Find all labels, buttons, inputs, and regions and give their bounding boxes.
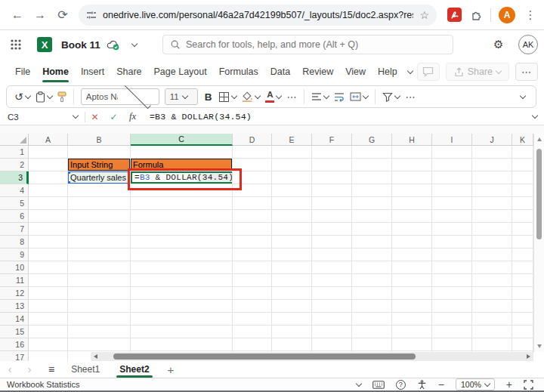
- cell-H1[interactable]: [392, 146, 432, 159]
- sheet-tab-sheet1[interactable]: Sheet1: [66, 361, 104, 378]
- cell-H15[interactable]: [392, 326, 432, 338]
- bookmark-star-icon[interactable]: ☆: [419, 9, 429, 21]
- search-box[interactable]: [162, 35, 453, 54]
- column-header-D[interactable]: D: [233, 134, 272, 146]
- cell-J2[interactable]: [472, 159, 512, 171]
- cell-C13[interactable]: [131, 300, 233, 313]
- cell-K7[interactable]: [512, 223, 533, 236]
- cell-A10[interactable]: [29, 261, 68, 274]
- select-all-corner[interactable]: [0, 134, 29, 146]
- cell-I8[interactable]: [432, 236, 472, 248]
- cell-K4[interactable]: [512, 184, 533, 197]
- scroll-up-arrow-icon[interactable]: [537, 137, 542, 141]
- cell-I11[interactable]: [432, 274, 472, 287]
- column-header-F[interactable]: F: [312, 134, 352, 146]
- tab-file[interactable]: File: [9, 59, 36, 85]
- cell-E6[interactable]: [272, 210, 312, 223]
- font-size-select[interactable]: 11: [165, 88, 198, 105]
- cell-I12[interactable]: [432, 287, 472, 300]
- tab-home[interactable]: Home: [36, 59, 75, 85]
- cell-D8[interactable]: [233, 236, 272, 248]
- browser-profile-avatar[interactable]: A: [499, 7, 515, 23]
- cell-A4[interactable]: [29, 184, 68, 197]
- cell-H9[interactable]: [392, 248, 432, 261]
- cell-B7[interactable]: [68, 223, 131, 236]
- row-header-1[interactable]: 1: [0, 146, 29, 159]
- sheet-tab-sheet2[interactable]: Sheet2: [115, 361, 153, 378]
- cell-F15[interactable]: [312, 326, 352, 338]
- cell-F10[interactable]: [312, 261, 352, 274]
- cell-C1[interactable]: [131, 146, 233, 159]
- cell-E5[interactable]: [272, 197, 312, 210]
- sort-filter-chevron-icon[interactable]: [394, 92, 400, 98]
- merge-cells-button[interactable]: [350, 92, 368, 101]
- all-sheets-menu-icon[interactable]: ≡: [48, 363, 54, 375]
- cell-J7[interactable]: [472, 223, 512, 236]
- statusbar-chevron-icon[interactable]: [356, 380, 362, 386]
- cancel-icon[interactable]: ✕: [85, 112, 104, 122]
- cell-I10[interactable]: [432, 261, 472, 274]
- borders-chevron-icon[interactable]: [231, 92, 237, 98]
- cell-A2[interactable]: [29, 159, 68, 171]
- cell-A14[interactable]: [29, 313, 68, 326]
- cell-F6[interactable]: [312, 210, 352, 223]
- cell-G15[interactable]: [352, 326, 392, 338]
- cell-A6[interactable]: [29, 210, 68, 223]
- browser-menu-icon[interactable]: ⋮: [523, 8, 538, 22]
- tab-insert[interactable]: Insert: [75, 59, 110, 85]
- cell-J6[interactable]: [472, 210, 512, 223]
- cell-E10[interactable]: [272, 261, 312, 274]
- cell-B14[interactable]: [68, 313, 131, 326]
- format-painter-button[interactable]: [57, 91, 66, 103]
- cell-A9[interactable]: [29, 248, 68, 261]
- wrap-text-button[interactable]: [334, 92, 345, 102]
- cell-K6[interactable]: [512, 210, 533, 223]
- cell-H12[interactable]: [392, 287, 432, 300]
- cell-B11[interactable]: [68, 274, 131, 287]
- cell-C11[interactable]: [131, 274, 233, 287]
- search-input[interactable]: [186, 39, 446, 50]
- cell-A7[interactable]: [29, 223, 68, 236]
- cell-I2[interactable]: [432, 159, 472, 171]
- scroll-right-arrow-icon[interactable]: [527, 354, 530, 359]
- cell-J11[interactable]: [472, 274, 512, 287]
- row-header-3[interactable]: 3: [0, 171, 29, 184]
- cell-J8[interactable]: [472, 236, 512, 248]
- settings-gear-icon[interactable]: ⚙: [493, 38, 503, 51]
- cell-B15[interactable]: [68, 326, 131, 338]
- row-header-13[interactable]: 13: [0, 300, 29, 313]
- cell-C16[interactable]: [131, 338, 233, 351]
- tab-help[interactable]: Help: [372, 59, 403, 85]
- cell-K14[interactable]: [512, 313, 533, 326]
- font-group-more-button[interactable]: ⋯: [286, 91, 297, 103]
- cell-A12[interactable]: [29, 287, 68, 300]
- cell-F12[interactable]: [312, 287, 352, 300]
- cell-E11[interactable]: [272, 274, 312, 287]
- ribbon-collapse-chevron-icon[interactable]: [520, 92, 526, 98]
- cell-F16[interactable]: [312, 338, 352, 351]
- row-header-4[interactable]: 4: [0, 184, 29, 197]
- cell-G2[interactable]: [352, 159, 392, 171]
- cell-I16[interactable]: [432, 338, 472, 351]
- cell-G12[interactable]: [352, 287, 392, 300]
- cell-J14[interactable]: [472, 313, 512, 326]
- cell-G16[interactable]: [352, 338, 392, 351]
- cell-G14[interactable]: [352, 313, 392, 326]
- row-header-15[interactable]: 15: [0, 326, 29, 338]
- add-sheet-button[interactable]: +: [168, 363, 175, 376]
- cell-F1[interactable]: [312, 146, 352, 159]
- cell-D14[interactable]: [233, 313, 272, 326]
- row-header-6[interactable]: 6: [0, 210, 29, 223]
- keyboard-shortcuts-icon[interactable]: [372, 381, 385, 389]
- cell-H4[interactable]: [392, 184, 432, 197]
- cell-K9[interactable]: [512, 248, 533, 261]
- cell-F2[interactable]: [312, 159, 352, 171]
- cell-K13[interactable]: [512, 300, 533, 313]
- cell-G9[interactable]: [352, 248, 392, 261]
- pdf-extension-icon[interactable]: [447, 8, 462, 22]
- cell-D5[interactable]: [233, 197, 272, 210]
- cell-G8[interactable]: [352, 236, 392, 248]
- scroll-down-arrow-icon[interactable]: [537, 344, 542, 348]
- cell-C12[interactable]: [131, 287, 233, 300]
- row-header-2[interactable]: 2: [0, 159, 29, 171]
